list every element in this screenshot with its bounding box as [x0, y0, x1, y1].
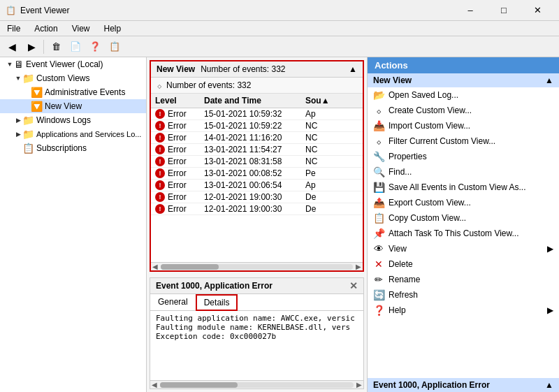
table-scrollbar[interactable]: ◀ ▶ [151, 262, 363, 270]
center-panel: New View Number of events: 332 ▲ ⬦ Numbe… [147, 57, 367, 392]
action-open-saved-log-label: Open Saved Log... [389, 90, 458, 100]
error-icon: ! [155, 157, 165, 166]
new-view-icon: 🔽 [31, 101, 43, 112]
back-button[interactable]: ◀ [3, 38, 21, 55]
table-row[interactable]: !Error 13-01-2021 00:08:52 Pe [151, 168, 363, 180]
scroll-track[interactable] [161, 264, 353, 270]
action-help[interactable]: ❓ Help ▶ [368, 303, 559, 318]
error-icon: ! [155, 145, 165, 154]
detail-scrollbar[interactable]: ◀ ▶ [150, 380, 363, 389]
close-button[interactable]: ✕ [521, 0, 553, 21]
action-rename-label: Rename [389, 275, 420, 284]
actions-footer-label: Event 1000, Application Error [373, 380, 490, 390]
events-table-header: Level Date and Time Sou▲ [151, 94, 363, 108]
detail-scroll-track[interactable] [160, 382, 354, 388]
detail-panel: Event 1000, Application Error ✕ General … [150, 277, 364, 389]
action-create-custom-view-label: Create Custom View... [389, 106, 472, 115]
window-controls: – □ ✕ [454, 0, 553, 21]
tree-subscriptions-label: Subscriptions [36, 143, 87, 153]
menu-file[interactable]: File [0, 22, 27, 35]
toolbar-btn-4[interactable]: 📄 [66, 38, 85, 55]
tab-general[interactable]: General [150, 294, 196, 310]
scroll-right-btn[interactable]: ▶ [354, 263, 363, 270]
export-custom-view-icon: 📤 [373, 197, 384, 208]
maximize-button[interactable]: □ [488, 0, 520, 21]
action-save-all-events[interactable]: 💾 Save All Events in Custom View As... [368, 180, 559, 195]
detail-scroll-left[interactable]: ◀ [150, 381, 159, 389]
tree-toggle-appservices[interactable]: ▶ [14, 131, 22, 138]
windows-logs-icon: 📁 [22, 115, 34, 126]
detail-close-button[interactable]: ✕ [349, 280, 358, 291]
minimize-button[interactable]: – [454, 0, 486, 21]
action-attach-task[interactable]: 📌 Attach Task To This Custom View... [368, 226, 559, 241]
tree-subscriptions[interactable]: 📋 Subscriptions [0, 141, 146, 155]
tree-panel: ▼ 🖥 Event Viewer (Local) ▼ 📁 Custom View… [0, 57, 147, 392]
table-row[interactable]: !Error 14-01-2021 11:16:20 NC [151, 132, 363, 144]
toolbar-btn-3[interactable]: 🗑 [47, 38, 65, 55]
save-all-events-icon: 💾 [373, 182, 384, 193]
col-header-date: Date and Time [200, 95, 301, 106]
tree-windows-logs[interactable]: ▶ 📁 Windows Logs [0, 113, 146, 127]
detail-scroll-thumb[interactable] [160, 382, 238, 388]
tree-toggle-winlogs[interactable]: ▶ [14, 117, 22, 124]
actions-footer-arrow[interactable]: ▲ [545, 380, 553, 390]
tree-root[interactable]: ▼ 🖥 Event Viewer (Local) [0, 57, 146, 71]
menu-action[interactable]: Action [27, 22, 64, 35]
scroll-left-btn[interactable]: ◀ [151, 263, 159, 270]
action-refresh[interactable]: 🔄 Refresh [368, 287, 559, 303]
action-properties[interactable]: 🔧 Properties [368, 149, 559, 164]
action-delete[interactable]: ✕ Delete [368, 256, 559, 272]
action-help-label: Help [389, 305, 406, 315]
table-row[interactable]: !Error 15-01-2021 10:59:32 Ap [151, 108, 363, 120]
action-properties-label: Properties [389, 152, 427, 161]
action-group-new-view: New View ▲ [368, 73, 559, 87]
scroll-up-btn[interactable]: ▲ [349, 64, 357, 74]
actions-list: New View ▲ 📂 Open Saved Log... ⬦ Create … [368, 73, 559, 378]
app-icon: 📋 [6, 6, 16, 15]
action-copy-custom-view[interactable]: 📋 Copy Custom View... [368, 210, 559, 226]
table-row[interactable]: !Error 13-01-2021 00:06:54 Ap [151, 180, 363, 191]
help-icon: ❓ [373, 305, 384, 316]
tree-custom-views[interactable]: ▼ 📁 Custom Views [0, 71, 146, 85]
subscriptions-icon: 📋 [22, 143, 34, 154]
tab-details[interactable]: Details [196, 294, 238, 311]
error-icon: ! [155, 168, 165, 178]
events-table[interactable]: !Error 15-01-2021 10:59:32 Ap !Error 15-… [151, 108, 363, 262]
tree-admin-events-label: Administrative Events [45, 87, 125, 97]
table-row[interactable]: !Error 15-01-2021 10:59:22 NC [151, 120, 363, 132]
scroll-thumb[interactable] [161, 264, 219, 270]
filter-icon: ⬦ [157, 80, 162, 91]
action-export-custom-view[interactable]: 📤 Export Custom View... [368, 195, 559, 210]
open-saved-log-icon: 📂 [373, 89, 384, 101]
forward-button[interactable]: ▶ [22, 38, 41, 55]
action-view[interactable]: 👁 View ▶ [368, 241, 559, 256]
tree-toggle-root[interactable]: ▼ [6, 61, 14, 68]
action-create-custom-view[interactable]: ⬦ Create Custom View... [368, 103, 559, 118]
toolbar-btn-5[interactable]: ❓ [86, 38, 104, 55]
action-import-custom-view[interactable]: 📥 Import Custom View... [368, 118, 559, 133]
menu-bar: File Action View Help [0, 21, 559, 36]
table-row[interactable]: !Error 12-01-2021 19:00:30 De [151, 203, 363, 215]
action-filter-current-label: Filter Current Custom View... [389, 136, 495, 146]
table-row[interactable]: !Error 13-01-2021 08:31:58 NC [151, 156, 363, 168]
tree-windows-logs-label: Windows Logs [36, 115, 91, 125]
tree-admin-events[interactable]: 🔽 Administrative Events [0, 85, 146, 99]
toolbar-btn-6[interactable]: 📋 [106, 38, 124, 55]
tree-toggle-custom[interactable]: ▼ [14, 75, 22, 82]
menu-view[interactable]: View [65, 22, 97, 35]
events-panel-header: New View Number of events: 332 ▲ [151, 61, 363, 78]
menu-help[interactable]: Help [97, 22, 129, 35]
tree-new-view[interactable]: 🔽 New View [0, 99, 146, 113]
actions-footer: Event 1000, Application Error ▲ [368, 378, 559, 392]
detail-scroll-right[interactable]: ▶ [355, 381, 363, 389]
action-group-arrow[interactable]: ▲ [545, 75, 553, 85]
action-rename[interactable]: ✏ Rename [368, 272, 559, 287]
table-row[interactable]: !Error 13-01-2021 11:54:27 NC [151, 144, 363, 156]
action-find[interactable]: 🔍 Find... [368, 164, 559, 180]
action-filter-current[interactable]: ⬦ Filter Current Custom View... [368, 133, 559, 149]
table-row[interactable]: !Error 12-01-2021 19:00:30 De [151, 191, 363, 203]
action-open-saved-log[interactable]: 📂 Open Saved Log... [368, 87, 559, 103]
title-bar-text: Event Viewer [20, 6, 69, 15]
tree-app-services[interactable]: ▶ 📁 Applications and Services Lo... [0, 127, 146, 141]
action-view-label: View [389, 244, 407, 254]
